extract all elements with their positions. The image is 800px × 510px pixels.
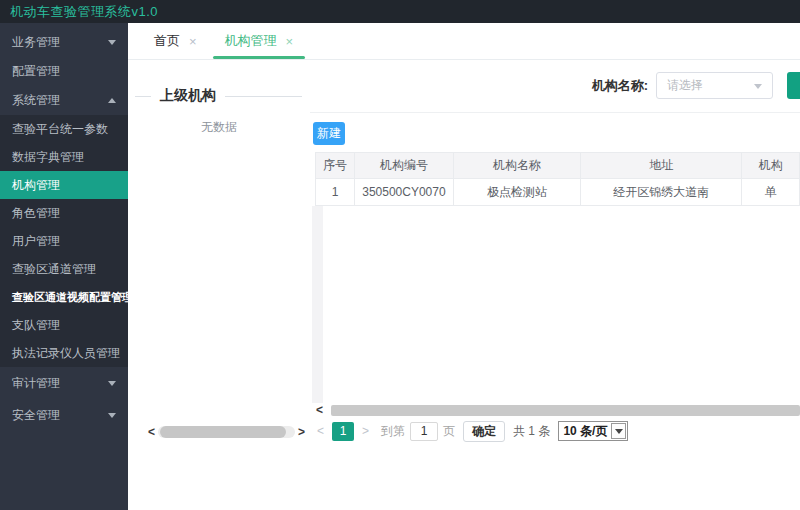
tab-label: 机构管理	[225, 32, 277, 50]
sidebar-item-platform-params[interactable]: 查验平台统一参数	[0, 115, 128, 143]
scrollbar-track[interactable]	[158, 426, 295, 438]
org-name-select[interactable]: 请选择	[656, 72, 773, 99]
sidebar-item-label: 执法记录仪人员管理	[12, 345, 120, 362]
tab-bar: 首页 × 机构管理 ×	[128, 23, 800, 60]
org-grid-panel: 机构名称: 请选择 新建 序号 机构编号 机构名称 地址 机构	[310, 60, 800, 510]
sidebar-item-label: 查验区通道管理	[12, 261, 96, 278]
sidebar-item-label: 数据字典管理	[12, 149, 84, 166]
sidebar-item-label: 安全管理	[12, 407, 60, 424]
scroll-left-icon[interactable]: <	[145, 425, 158, 439]
confirm-button[interactable]: 确定	[463, 421, 505, 442]
total-count-label: 共 1 条	[513, 423, 550, 440]
sidebar-item-channel-video-config[interactable]: 查验区通道视频配置管理	[0, 283, 128, 311]
new-button[interactable]: 新建	[313, 122, 345, 145]
tab-home[interactable]: 首页 ×	[140, 23, 211, 59]
scroll-right-icon[interactable]: >	[295, 425, 308, 439]
sidebar-item-org-mgmt[interactable]: 机构管理	[0, 171, 128, 199]
sidebar-item-role-mgmt[interactable]: 角色管理	[0, 199, 128, 227]
parent-org-panel: 上级机构 无数据 < >	[128, 60, 310, 510]
org-table: 序号 机构编号 机构名称 地址 机构 1 350500CY0070 极点检测站 …	[315, 152, 800, 206]
title-bar: 机动车查验管理系统v1.0	[0, 0, 800, 23]
scroll-left-icon[interactable]: <	[313, 403, 326, 417]
sidebar-item-user-mgmt[interactable]: 用户管理	[0, 227, 128, 255]
page-size-value: 10 条/页	[559, 423, 611, 440]
cell-org-code: 350500CY0070	[354, 179, 453, 206]
chevron-down-icon	[108, 413, 116, 418]
sidebar-item-label: 用户管理	[12, 233, 60, 250]
org-name-label: 机构名称:	[310, 72, 648, 99]
col-header-org-type: 机构	[742, 153, 800, 179]
col-header-index: 序号	[316, 153, 355, 179]
sidebar-item-recorder-personnel[interactable]: 执法记录仪人员管理	[0, 339, 128, 367]
page-size-select[interactable]: 10 条/页	[558, 421, 628, 441]
sidebar-item-label: 配置管理	[12, 63, 60, 80]
cell-org-type: 单	[742, 179, 800, 206]
app-window: 机动车查验管理系统v1.0 业务管理 配置管理 系统管理 查验平台统一参数 数据…	[0, 0, 800, 510]
pagination-bar: < 1 > 到第 页 确定 共 1 条 10 条/页	[313, 420, 628, 442]
section-title: 上级机构	[160, 87, 216, 105]
chevron-down-icon	[108, 381, 116, 386]
select-placeholder: 请选择	[667, 77, 703, 94]
sidebar-item-label: 业务管理	[12, 34, 60, 51]
sidebar-item-label: 支队管理	[12, 317, 60, 334]
sidebar-item-config-mgmt[interactable]: 配置管理	[0, 57, 128, 86]
chevron-up-icon	[108, 98, 116, 103]
prev-page-icon[interactable]: <	[313, 424, 328, 438]
search-button[interactable]	[787, 72, 800, 99]
sidebar-top-group: 业务管理 配置管理 系统管理	[0, 23, 128, 115]
grid-horizontal-scrollbar: <	[313, 403, 800, 417]
sidebar-item-data-dictionary[interactable]: 数据字典管理	[0, 143, 128, 171]
next-page-icon[interactable]: >	[358, 424, 373, 438]
current-page-button[interactable]: 1	[332, 422, 354, 441]
col-header-address: 地址	[581, 153, 742, 179]
sidebar-item-label: 机构管理	[12, 177, 60, 194]
cell-org-name: 极点检测站	[453, 179, 580, 206]
page-unit-label: 页	[443, 423, 455, 440]
divider-line	[310, 112, 800, 113]
divider-line	[225, 96, 302, 97]
cell-index: 1	[316, 179, 355, 206]
sidebar-item-audit-mgmt[interactable]: 审计管理	[0, 367, 128, 399]
sidebar-bottom-group: 审计管理 安全管理	[0, 367, 128, 431]
sidebar-item-channel-mgmt[interactable]: 查验区通道管理	[0, 255, 128, 283]
main-content: 首页 × 机构管理 × 上级机构 无数据 < > 机构名称:	[128, 23, 800, 510]
goto-page-input[interactable]	[410, 422, 438, 441]
sidebar-item-business-mgmt[interactable]: 业务管理	[0, 28, 128, 57]
divider-line	[135, 96, 151, 97]
sidebar-item-system-mgmt[interactable]: 系统管理	[0, 86, 128, 115]
vertical-scrollbar-track[interactable]	[312, 206, 323, 403]
sidebar-item-label: 查验区通道视频配置管理	[12, 290, 133, 305]
sidebar-item-label: 审计管理	[12, 375, 60, 392]
tree-horizontal-scrollbar: < >	[145, 425, 308, 439]
chevron-down-icon	[754, 84, 762, 89]
table-header-row: 序号 机构编号 机构名称 地址 机构	[316, 153, 800, 179]
sidebar-system-submenu: 查验平台统一参数 数据字典管理 机构管理 角色管理 用户管理 查验区通道管理 查…	[0, 115, 128, 367]
sidebar-item-detachment-mgmt[interactable]: 支队管理	[0, 311, 128, 339]
tree-empty-text: 无数据	[128, 119, 310, 136]
chevron-down-icon	[108, 40, 116, 45]
col-header-org-code: 机构编号	[354, 153, 453, 179]
sidebar-nav: 业务管理 配置管理 系统管理 查验平台统一参数 数据字典管理 机构管理 角色管理	[0, 23, 128, 510]
select-arrow-icon	[611, 423, 626, 439]
tab-label: 首页	[154, 32, 180, 50]
sidebar-item-security-mgmt[interactable]: 安全管理	[0, 399, 128, 431]
sidebar-item-label: 系统管理	[12, 92, 60, 109]
scrollbar-thumb[interactable]	[160, 426, 286, 438]
app-title: 机动车查验管理系统v1.0	[10, 3, 158, 21]
sidebar-item-label: 查验平台统一参数	[12, 121, 108, 138]
sidebar-item-label: 角色管理	[12, 205, 60, 222]
tab-org-mgmt[interactable]: 机构管理 ×	[211, 23, 308, 59]
close-icon[interactable]: ×	[286, 34, 294, 49]
goto-page-label: 到第	[381, 423, 405, 440]
table-row[interactable]: 1 350500CY0070 极点检测站 经开区锦绣大道南 单	[316, 179, 800, 206]
close-icon[interactable]: ×	[189, 34, 197, 49]
cell-address: 经开区锦绣大道南	[581, 179, 742, 206]
col-header-org-name: 机构名称	[453, 153, 580, 179]
section-header: 上级机构	[135, 87, 302, 105]
scrollbar-thumb[interactable]	[331, 405, 800, 416]
